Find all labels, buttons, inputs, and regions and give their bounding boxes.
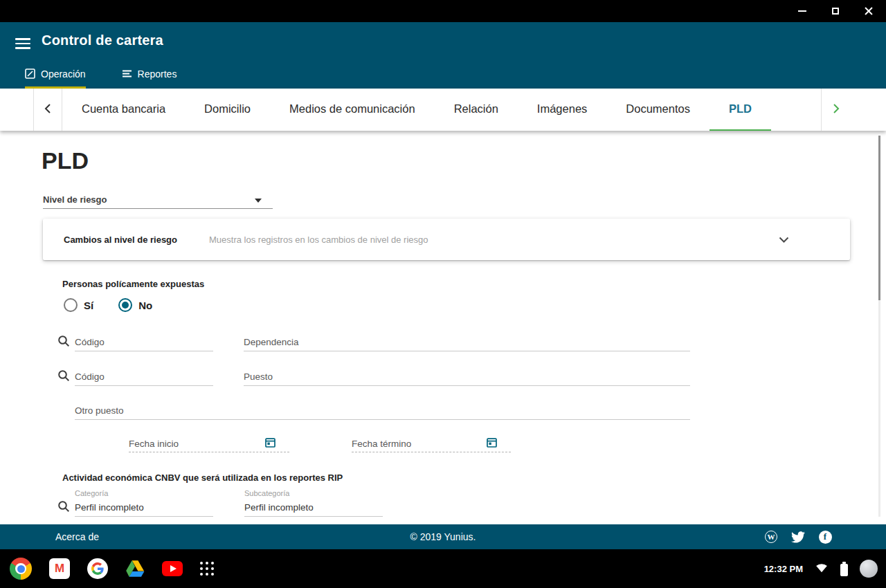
dependencia-underline xyxy=(244,351,690,351)
chevron-left-icon xyxy=(44,103,51,117)
search-icon[interactable] xyxy=(57,500,70,515)
nav-tab-operacion[interactable]: Operación xyxy=(25,61,86,89)
shelf-status-area[interactable]: 12:32 PM xyxy=(764,560,878,578)
footer-social-icons: W f xyxy=(764,530,832,544)
wifi-icon[interactable] xyxy=(815,561,829,576)
calendar-icon[interactable] xyxy=(487,437,497,450)
shelf: M 12:32 PM xyxy=(0,549,886,588)
otro-puesto-input[interactable]: Otro puesto xyxy=(75,405,124,416)
codigo-1-underline xyxy=(75,351,213,351)
app-launcher-icon[interactable] xyxy=(200,562,214,576)
shelf-apps: M xyxy=(0,558,214,580)
tabs-scroll-left-button[interactable] xyxy=(33,89,62,131)
battery-icon[interactable] xyxy=(840,564,848,576)
puesto-input[interactable]: Puesto xyxy=(244,371,273,382)
facebook-icon[interactable]: f xyxy=(818,530,832,544)
subcategoria-underline xyxy=(244,516,383,517)
codigo-input-1[interactable]: Código xyxy=(75,337,105,347)
radio-no-label: No xyxy=(138,300,152,311)
window-titlebar xyxy=(0,0,886,22)
radio-si-label: Sí xyxy=(84,300,93,311)
codigo-input-2[interactable]: Código xyxy=(75,371,105,382)
pep-section-label: Personas polícamente expuestas xyxy=(62,279,204,289)
cnbv-section-label: Actividad económica CNBV que será utiliz… xyxy=(62,472,343,483)
subcategoria-value[interactable]: Perfil incompleto xyxy=(244,502,314,513)
tab-cuenta-bancaria[interactable]: Cuenta bancaria xyxy=(62,89,185,131)
hamburger-menu-icon[interactable] xyxy=(15,36,33,51)
search-icon[interactable] xyxy=(57,335,70,350)
fecha-termino-input: Fecha término xyxy=(352,439,411,449)
fecha-inicio-underline xyxy=(129,452,289,452)
wordpress-icon[interactable]: W xyxy=(764,530,778,544)
youtube-icon[interactable] xyxy=(162,561,183,576)
nivel-de-riesgo-underline xyxy=(43,208,273,209)
pld-content: PLD Nivel de riesgo Cambios al nivel de … xyxy=(0,131,886,524)
page-title: PLD xyxy=(42,147,89,174)
tab-imagenes[interactable]: Imágenes xyxy=(518,89,606,131)
operacion-icon xyxy=(25,68,35,79)
fecha-inicio-input: Fecha inicio xyxy=(129,439,179,449)
nav-tab-reportes[interactable]: Reportes xyxy=(122,61,177,89)
app-header: Control de cartera Operación Reportes xyxy=(0,22,886,89)
tab-domicilio[interactable]: Domicilio xyxy=(185,89,270,131)
maximize-icon[interactable] xyxy=(828,3,843,19)
tab-relacion[interactable]: Relación xyxy=(435,89,518,131)
tabs-scroll-right-button[interactable] xyxy=(821,89,850,131)
app-title: Control de cartera xyxy=(42,33,163,48)
subcategoria-label: Subcategoría xyxy=(244,489,289,497)
header-nav: Operación Reportes xyxy=(25,61,177,89)
categoria-label: Categoría xyxy=(75,489,108,497)
clock[interactable]: 12:32 PM xyxy=(764,564,803,574)
screen: Control de cartera Operación Reportes xyxy=(0,0,886,588)
panel-title: Cambios al nivel de riesgo xyxy=(64,235,209,245)
dropdown-caret-icon[interactable] xyxy=(255,199,262,203)
reportes-icon xyxy=(122,69,132,78)
tab-medios-de-comunicacion[interactable]: Medios de comunicación xyxy=(270,89,435,131)
avatar[interactable] xyxy=(860,560,878,578)
categoria-value[interactable]: Perfil incompleto xyxy=(75,502,144,513)
otro-puesto-underline xyxy=(75,419,690,420)
copyright-text: © 2019 Yunius. xyxy=(0,531,886,542)
radio-no-circle[interactable] xyxy=(118,298,132,312)
pep-radio-group: Sí No xyxy=(64,298,152,312)
radio-si-circle[interactable] xyxy=(64,298,78,312)
dependencia-input[interactable]: Dependencia xyxy=(244,337,299,347)
minimize-icon[interactable] xyxy=(795,3,810,19)
categoria-underline xyxy=(75,516,213,517)
radio-si[interactable]: Sí xyxy=(64,298,93,312)
chevron-down-icon[interactable] xyxy=(779,237,789,243)
drive-icon[interactable] xyxy=(125,560,145,578)
fecha-termino-underline xyxy=(352,452,511,452)
scrollbar-thumb[interactable] xyxy=(878,136,880,300)
tab-documentos[interactable]: Documentos xyxy=(606,89,709,131)
twitter-icon[interactable] xyxy=(791,530,805,544)
codigo-2-underline xyxy=(75,385,213,386)
panel-description: Muestra los registros en los cambios de … xyxy=(209,235,779,245)
cambios-nivel-riesgo-panel[interactable]: Cambios al nivel de riesgo Muestra los r… xyxy=(43,219,850,260)
nav-tab-reportes-label: Reportes xyxy=(138,68,177,80)
close-icon[interactable] xyxy=(861,3,876,19)
gmail-icon[interactable]: M xyxy=(49,558,70,579)
module-tabstrip: Cuenta bancaria Domicilio Medios de comu… xyxy=(0,89,886,131)
google-icon[interactable] xyxy=(87,558,108,579)
nav-tab-operacion-label: Operación xyxy=(41,68,86,80)
search-icon[interactable] xyxy=(57,369,70,385)
module-tabs: Cuenta bancaria Domicilio Medios de comu… xyxy=(62,89,771,131)
nivel-de-riesgo-select[interactable]: Nivel de riesgo xyxy=(43,194,107,205)
calendar-icon[interactable] xyxy=(265,437,275,450)
chrome-icon[interactable] xyxy=(10,558,32,580)
chevron-right-icon xyxy=(833,103,840,117)
app-footer: Acerca de © 2019 Yunius. W f xyxy=(0,524,886,549)
radio-no[interactable]: No xyxy=(118,298,152,312)
tab-pld[interactable]: PLD xyxy=(709,89,771,131)
puesto-underline xyxy=(244,385,690,386)
